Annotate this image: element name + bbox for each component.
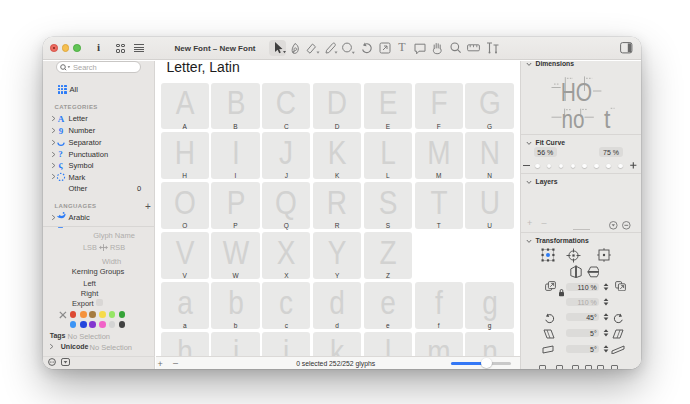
svg-text:t: t <box>604 105 610 133</box>
svg-text:HO: HO <box>561 78 593 106</box>
svg-text:no: no <box>562 105 585 133</box>
